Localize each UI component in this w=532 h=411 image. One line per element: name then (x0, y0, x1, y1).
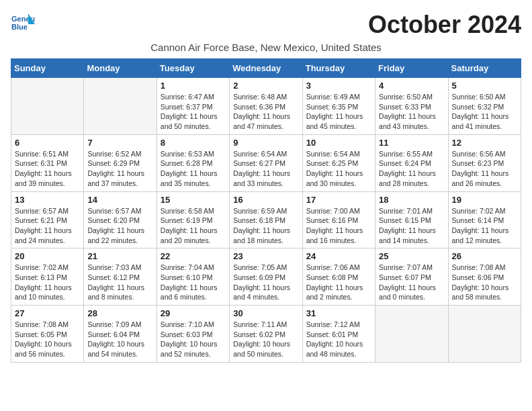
day-number: 22 (161, 251, 226, 261)
calendar-cell: 31 Sunrise: 7:12 AMSunset: 6:01 PMDaylig… (302, 306, 375, 363)
logo: General Blue (11, 11, 36, 35)
calendar-cell: 7 Sunrise: 6:52 AMSunset: 6:29 PMDayligh… (84, 134, 157, 191)
day-number: 26 (452, 251, 517, 261)
calendar-cell: 28 Sunrise: 7:09 AMSunset: 6:04 PMDaylig… (84, 306, 157, 363)
calendar-cell: 21 Sunrise: 7:03 AMSunset: 6:12 PMDaylig… (84, 248, 157, 306)
day-number: 30 (233, 308, 298, 318)
month-title: October 2024 (368, 11, 521, 39)
calendar-cell: 20 Sunrise: 7:02 AMSunset: 6:13 PMDaylig… (11, 248, 84, 306)
calendar-cell: 8 Sunrise: 6:53 AMSunset: 6:28 PMDayligh… (157, 134, 229, 191)
day-info: Sunrise: 6:57 AMSunset: 6:21 PMDaylight:… (15, 206, 80, 246)
weekday-saturday: Saturday (448, 59, 521, 78)
calendar-cell: 26 Sunrise: 7:08 AMSunset: 6:06 PMDaylig… (448, 248, 521, 306)
calendar-cell: 4 Sunrise: 6:50 AMSunset: 6:33 PMDayligh… (375, 78, 448, 135)
day-number: 6 (15, 138, 80, 148)
calendar-cell: 2 Sunrise: 6:48 AMSunset: 6:36 PMDayligh… (230, 78, 302, 135)
calendar-cell: 23 Sunrise: 7:05 AMSunset: 6:09 PMDaylig… (230, 248, 302, 306)
calendar-cell (448, 306, 521, 363)
day-info: Sunrise: 6:59 AMSunset: 6:18 PMDaylight:… (233, 206, 298, 246)
day-number: 24 (306, 251, 371, 261)
day-info: Sunrise: 6:50 AMSunset: 6:32 PMDaylight:… (452, 92, 517, 132)
calendar-cell: 5 Sunrise: 6:50 AMSunset: 6:32 PMDayligh… (448, 78, 521, 135)
location-title: Cannon Air Force Base, New Mexico, Unite… (11, 42, 521, 53)
weekday-wednesday: Wednesday (230, 59, 302, 78)
weekday-friday: Friday (375, 59, 448, 78)
calendar-week-4: 27 Sunrise: 7:08 AMSunset: 6:05 PMDaylig… (11, 306, 521, 363)
day-info: Sunrise: 6:54 AMSunset: 6:27 PMDaylight:… (233, 149, 298, 189)
day-number: 31 (306, 308, 371, 318)
day-info: Sunrise: 7:05 AMSunset: 6:09 PMDaylight:… (233, 263, 298, 302)
svg-text:Blue: Blue (11, 23, 28, 31)
calendar-week-3: 20 Sunrise: 7:02 AMSunset: 6:13 PMDaylig… (11, 248, 521, 306)
calendar-week-0: 1 Sunrise: 6:47 AMSunset: 6:37 PMDayligh… (11, 78, 521, 135)
day-number: 16 (233, 195, 298, 205)
day-number: 18 (379, 195, 444, 205)
day-info: Sunrise: 6:51 AMSunset: 6:31 PMDaylight:… (15, 149, 80, 189)
day-number: 7 (87, 138, 152, 148)
calendar-cell: 18 Sunrise: 7:01 AMSunset: 6:15 PMDaylig… (375, 191, 448, 248)
day-info: Sunrise: 7:11 AMSunset: 6:02 PMDaylight:… (233, 320, 298, 359)
day-info: Sunrise: 7:01 AMSunset: 6:15 PMDaylight:… (379, 206, 444, 246)
day-info: Sunrise: 7:08 AMSunset: 6:06 PMDaylight:… (452, 263, 517, 302)
day-number: 29 (161, 308, 226, 318)
day-number: 3 (306, 81, 371, 91)
calendar-week-1: 6 Sunrise: 6:51 AMSunset: 6:31 PMDayligh… (11, 134, 521, 191)
calendar-cell (375, 306, 448, 363)
day-info: Sunrise: 6:50 AMSunset: 6:33 PMDaylight:… (379, 92, 444, 132)
day-number: 11 (379, 138, 444, 148)
calendar-cell: 1 Sunrise: 6:47 AMSunset: 6:37 PMDayligh… (157, 78, 229, 135)
day-number: 25 (379, 251, 444, 261)
day-info: Sunrise: 7:02 AMSunset: 6:13 PMDaylight:… (15, 263, 80, 302)
calendar-cell: 6 Sunrise: 6:51 AMSunset: 6:31 PMDayligh… (11, 134, 84, 191)
calendar-cell: 12 Sunrise: 6:56 AMSunset: 6:23 PMDaylig… (448, 134, 521, 191)
day-info: Sunrise: 6:54 AMSunset: 6:25 PMDaylight:… (306, 149, 371, 189)
day-number: 1 (161, 81, 226, 91)
calendar-body: 1 Sunrise: 6:47 AMSunset: 6:37 PMDayligh… (11, 78, 521, 363)
day-number: 8 (161, 138, 226, 148)
calendar-cell: 22 Sunrise: 7:04 AMSunset: 6:10 PMDaylig… (157, 248, 229, 306)
calendar-cell: 17 Sunrise: 7:00 AMSunset: 6:16 PMDaylig… (302, 191, 375, 248)
day-number: 28 (87, 308, 152, 318)
day-number: 13 (15, 195, 80, 205)
calendar-cell: 9 Sunrise: 6:54 AMSunset: 6:27 PMDayligh… (230, 134, 302, 191)
calendar-cell: 3 Sunrise: 6:49 AMSunset: 6:35 PMDayligh… (302, 78, 375, 135)
day-info: Sunrise: 6:52 AMSunset: 6:29 PMDaylight:… (87, 149, 152, 189)
day-info: Sunrise: 7:06 AMSunset: 6:08 PMDaylight:… (306, 263, 371, 302)
calendar-week-2: 13 Sunrise: 6:57 AMSunset: 6:21 PMDaylig… (11, 191, 521, 248)
day-number: 9 (233, 138, 298, 148)
day-info: Sunrise: 6:48 AMSunset: 6:36 PMDaylight:… (233, 92, 298, 132)
weekday-tuesday: Tuesday (157, 59, 229, 78)
day-info: Sunrise: 6:47 AMSunset: 6:37 PMDaylight:… (161, 92, 226, 132)
calendar-cell: 14 Sunrise: 6:57 AMSunset: 6:20 PMDaylig… (84, 191, 157, 248)
day-info: Sunrise: 7:04 AMSunset: 6:10 PMDaylight:… (161, 263, 226, 302)
day-info: Sunrise: 7:09 AMSunset: 6:04 PMDaylight:… (87, 320, 152, 359)
day-number: 27 (15, 308, 80, 318)
calendar-cell (11, 78, 84, 135)
day-number: 4 (379, 81, 444, 91)
day-info: Sunrise: 7:10 AMSunset: 6:03 PMDaylight:… (161, 320, 226, 359)
calendar-cell: 16 Sunrise: 6:59 AMSunset: 6:18 PMDaylig… (230, 191, 302, 248)
day-number: 10 (306, 138, 371, 148)
day-number: 23 (233, 251, 298, 261)
calendar-cell: 11 Sunrise: 6:55 AMSunset: 6:24 PMDaylig… (375, 134, 448, 191)
weekday-thursday: Thursday (302, 59, 375, 78)
weekday-header: SundayMondayTuesdayWednesdayThursdayFrid… (11, 59, 521, 78)
calendar-cell: 24 Sunrise: 7:06 AMSunset: 6:08 PMDaylig… (302, 248, 375, 306)
day-info: Sunrise: 6:53 AMSunset: 6:28 PMDaylight:… (161, 149, 226, 189)
day-number: 21 (87, 251, 152, 261)
calendar-cell: 13 Sunrise: 6:57 AMSunset: 6:21 PMDaylig… (11, 191, 84, 248)
day-number: 14 (87, 195, 152, 205)
calendar-cell: 25 Sunrise: 7:07 AMSunset: 6:07 PMDaylig… (375, 248, 448, 306)
day-info: Sunrise: 7:00 AMSunset: 6:16 PMDaylight:… (306, 206, 371, 246)
day-info: Sunrise: 7:03 AMSunset: 6:12 PMDaylight:… (87, 263, 152, 302)
day-info: Sunrise: 7:02 AMSunset: 6:14 PMDaylight:… (452, 206, 517, 246)
day-info: Sunrise: 6:56 AMSunset: 6:23 PMDaylight:… (452, 149, 517, 189)
calendar-cell: 30 Sunrise: 7:11 AMSunset: 6:02 PMDaylig… (230, 306, 302, 363)
day-info: Sunrise: 6:57 AMSunset: 6:20 PMDaylight:… (87, 206, 152, 246)
calendar-cell: 29 Sunrise: 7:10 AMSunset: 6:03 PMDaylig… (157, 306, 229, 363)
day-info: Sunrise: 7:08 AMSunset: 6:05 PMDaylight:… (15, 320, 80, 359)
day-info: Sunrise: 6:55 AMSunset: 6:24 PMDaylight:… (379, 149, 444, 189)
calendar-table: SundayMondayTuesdayWednesdayThursdayFrid… (11, 58, 521, 363)
calendar-cell: 27 Sunrise: 7:08 AMSunset: 6:05 PMDaylig… (11, 306, 84, 363)
day-info: Sunrise: 7:07 AMSunset: 6:07 PMDaylight:… (379, 263, 444, 302)
